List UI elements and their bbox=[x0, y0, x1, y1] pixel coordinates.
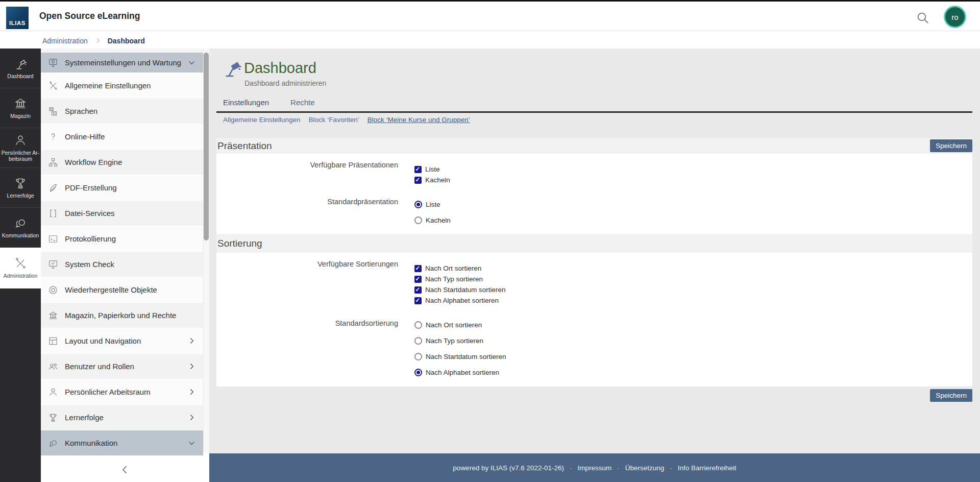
radio-selected-icon[interactable] bbox=[414, 369, 422, 376]
subtab-allgemeine-einstellungen[interactable]: Allgemeine Einstellungen bbox=[223, 116, 301, 124]
menu-item-persoenlicher-arbeitsraum[interactable]: Persönlicher Arbeitsraum bbox=[41, 379, 203, 405]
radio-selected-icon[interactable] bbox=[414, 201, 422, 208]
subtab-bar: Allgemeine Einstellungen Block ‘Favorite… bbox=[223, 116, 470, 124]
menu-item-workflow-engine[interactable]: Workflow Engine bbox=[41, 150, 203, 175]
chevron-down-icon bbox=[187, 439, 196, 447]
user-avatar[interactable]: ro bbox=[944, 6, 966, 28]
speech-bubbles-icon bbox=[14, 216, 27, 230]
sidebar-scrollbar-thumb[interactable] bbox=[204, 53, 209, 240]
checkbox-option-nach-typ[interactable]: Nach Typ sortieren bbox=[414, 274, 506, 284]
menu-item-layout-und-navigation[interactable]: Layout und Navigation bbox=[41, 328, 203, 354]
menu-item-label: Protokollierung bbox=[65, 234, 116, 243]
menu-item-wiederhergestellte-objekte[interactable]: Wiederhergestellte Objekte bbox=[41, 277, 203, 303]
radio-unselected-icon[interactable] bbox=[414, 321, 422, 329]
chevron-left-icon bbox=[119, 464, 131, 475]
logo-text: ILIAS bbox=[9, 20, 26, 26]
separator: · bbox=[617, 464, 620, 472]
chevron-right-icon bbox=[187, 388, 196, 396]
checkbox-checked-icon[interactable] bbox=[414, 265, 422, 272]
option-label: Nach Typ sortieren bbox=[425, 275, 483, 283]
footer-link-info-barrierefreiheit[interactable]: Info Barrierefreiheit bbox=[678, 464, 737, 472]
checkbox-option-liste[interactable]: Liste bbox=[414, 164, 450, 175]
radio-option-nach-startdatum[interactable]: Nach Startdatum sortieren bbox=[414, 349, 506, 365]
rail-item-kommunikation[interactable]: Kommunikation bbox=[0, 208, 41, 248]
radio-option-nach-ort[interactable]: Nach Ort sortieren bbox=[414, 317, 506, 333]
chevron-right-icon bbox=[187, 413, 196, 422]
bank-building-icon bbox=[48, 310, 58, 321]
checkbox-option-kacheln[interactable]: Kacheln bbox=[414, 175, 450, 185]
radio-unselected-icon[interactable] bbox=[414, 337, 422, 345]
ilias-logo[interactable]: ILIAS bbox=[6, 7, 29, 29]
subtab-block-meine-kurse-und-gruppen[interactable]: Block ‘Meine Kurse und Gruppen’ bbox=[368, 116, 470, 124]
tab-underline bbox=[216, 111, 972, 113]
feather-pdf-icon bbox=[48, 183, 58, 193]
tab-rechte[interactable]: Rechte bbox=[290, 98, 315, 107]
rail-item-label: Persönlicher Ar- beitsraum bbox=[2, 150, 40, 162]
menu-item-sprachen[interactable]: Sprachen bbox=[41, 99, 203, 124]
footer-link-uebersetzung[interactable]: Übersetzung bbox=[625, 464, 665, 472]
field-label-verfuegbare-praesentationen: Verfügbare Präsentationen bbox=[216, 161, 398, 169]
menu-item-allgemeine-einstellungen[interactable]: Allgemeine Einstellungen bbox=[41, 73, 203, 99]
option-label: Nach Ort sortieren bbox=[426, 321, 482, 329]
terminal-icon bbox=[48, 234, 58, 244]
save-button-top[interactable]: Speichern bbox=[930, 139, 972, 152]
section-header-praesentation: Präsentation bbox=[216, 138, 972, 154]
menu-item-label: Benutzer und Rollen bbox=[65, 362, 134, 371]
checkbox-checked-icon[interactable] bbox=[414, 177, 422, 184]
menu-item-label: PDF-Erstellung bbox=[65, 183, 117, 192]
save-button-bottom[interactable]: Speichern bbox=[930, 389, 972, 402]
field-options: Liste Kacheln bbox=[414, 164, 450, 185]
field-label-verfuegbare-sortierungen: Verfügbare Sortierungen bbox=[216, 260, 398, 268]
checkbox-checked-icon[interactable] bbox=[414, 166, 422, 173]
radio-option-nach-typ[interactable]: Nach Typ sortieren bbox=[414, 333, 506, 349]
checkbox-checked-icon[interactable] bbox=[414, 297, 422, 304]
rail-item-persoenlicher-arbeitsraum[interactable]: Persönlicher Ar- beitsraum bbox=[0, 128, 41, 168]
radio-option-nach-alphabet[interactable]: Nach Alphabet sortieren bbox=[414, 365, 506, 380]
option-label: Nach Alphabet sortieren bbox=[425, 297, 499, 304]
top-bar: ILIAS Open Source eLearning ro bbox=[0, 0, 980, 31]
menu-item-benutzer-und-rollen[interactable]: Benutzer und Rollen bbox=[41, 354, 203, 379]
rail-item-lernerfolge[interactable]: Lernerfolge bbox=[0, 168, 41, 208]
checkbox-checked-icon[interactable] bbox=[414, 276, 422, 283]
checkbox-checked-icon[interactable] bbox=[414, 286, 422, 294]
menu-item-magazin-papierkorb-und-rechte[interactable]: Magazin, Papierkorb und Rechte bbox=[41, 303, 203, 328]
checkbox-option-nach-alphabet[interactable]: Nach Alphabet sortieren bbox=[414, 295, 506, 306]
menu-item-system-check[interactable]: System Check bbox=[41, 252, 203, 277]
checkbox-option-nach-ort[interactable]: Nach Ort sortieren bbox=[414, 263, 506, 274]
chevron-right-icon bbox=[187, 336, 196, 345]
menu-item-kommunikation[interactable]: Kommunikation bbox=[41, 430, 203, 456]
breadcrumb: Administration Dashboard bbox=[0, 33, 980, 49]
menu-item-systemeinstellungen-und-wartung[interactable]: Systemeinstellungen und Wartung bbox=[41, 53, 203, 73]
content-area: Dashboard Dashboard administrieren Einst… bbox=[209, 49, 980, 453]
option-label: Kacheln bbox=[425, 176, 450, 184]
radio-unselected-icon[interactable] bbox=[414, 353, 422, 360]
menu-item-online-hilfe[interactable]: Online-Hilfe bbox=[41, 124, 203, 150]
breadcrumb-administration[interactable]: Administration bbox=[42, 37, 88, 45]
crossed-tools-icon bbox=[14, 257, 27, 270]
option-label: Nach Startdatum sortieren bbox=[426, 353, 506, 360]
person-icon bbox=[48, 387, 58, 397]
menu-item-pdf-erstellung[interactable]: PDF-Erstellung bbox=[41, 175, 203, 201]
subtab-block-favoriten[interactable]: Block ‘Favoriten’ bbox=[309, 116, 359, 124]
checkbox-option-nach-startdatum[interactable]: Nach Startdatum sortieren bbox=[414, 284, 506, 295]
separator: · bbox=[570, 464, 572, 472]
tab-einstellungen[interactable]: Einstellungen bbox=[223, 98, 269, 107]
chevron-down-icon bbox=[187, 58, 196, 67]
footer-link-impressum[interactable]: Impressum bbox=[578, 464, 612, 472]
menu-item-lernerfolge[interactable]: Lernerfolge bbox=[41, 405, 203, 430]
radio-option-liste[interactable]: Liste bbox=[414, 197, 451, 212]
radio-option-kacheln[interactable]: Kacheln bbox=[414, 212, 451, 228]
rail-item-administration[interactable]: Administration bbox=[0, 248, 41, 288]
sidebar-collapse-button[interactable] bbox=[41, 457, 209, 482]
menu-item-datei-services[interactable]: Datei-Services bbox=[41, 201, 203, 226]
radio-unselected-icon[interactable] bbox=[414, 216, 422, 224]
breadcrumb-dashboard[interactable]: Dashboard bbox=[108, 37, 145, 45]
menu-item-label: Online-Hilfe bbox=[65, 132, 105, 141]
page-title: Dashboard bbox=[244, 60, 316, 77]
language-boxes-icon bbox=[48, 106, 58, 116]
rail-item-magazin[interactable]: Magazin bbox=[0, 88, 41, 128]
menu-item-protokollierung[interactable]: Protokollierung bbox=[41, 226, 203, 252]
rail-item-dashboard[interactable]: Dashboard bbox=[0, 49, 41, 88]
search-button[interactable] bbox=[915, 10, 931, 26]
menu-item-label: Lernerfolge bbox=[65, 413, 104, 422]
